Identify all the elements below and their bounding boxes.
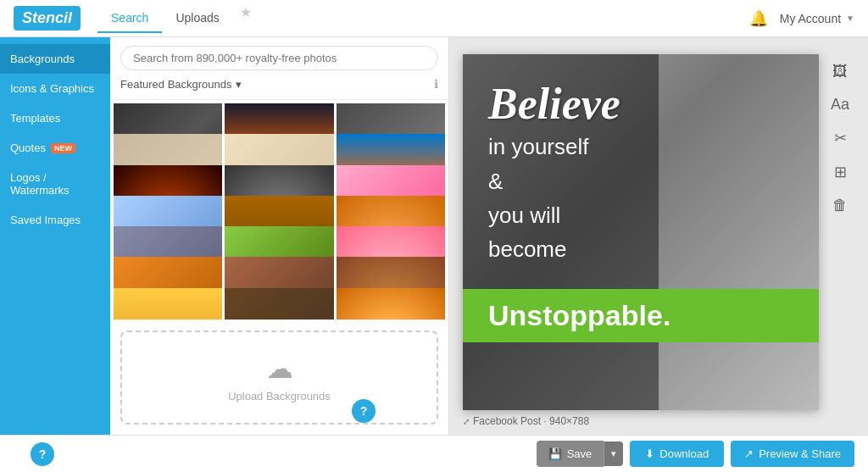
save-dropdown-button[interactable]: ▾ (604, 441, 623, 466)
sidebar-item-saved[interactable]: Saved Images (0, 205, 110, 235)
bottom-bar: ? 💾 Save ▾ ⬇ Download ↗ Preview & Share (0, 435, 868, 472)
canvas-wrapper: Believe in yourself & you will become Un… (463, 54, 854, 427)
save-button[interactable]: 💾 Save (537, 441, 604, 467)
download-button[interactable]: ⬇ Download (630, 441, 724, 467)
text-icon[interactable]: Aa (831, 96, 849, 114)
share-icon: ↗ (744, 447, 754, 460)
header-right: 🔔 My Account ▼ (749, 9, 854, 28)
panel: Featured Backgrounds ▾ ℹ ★ ★ ★ ★ (110, 37, 449, 435)
list-item[interactable] (225, 288, 333, 319)
canvas-in-yourself-text: in yourself (488, 131, 620, 162)
tab-uploads[interactable]: Uploads (162, 4, 232, 33)
canvas-label: ⤢ Facebook Post · 940×788 (463, 415, 589, 427)
new-badge: NEW (51, 143, 75, 153)
header: Stencil Search Uploads ★ 🔔 My Account ▼ (0, 0, 868, 37)
header-tabs: Search Uploads ★ (97, 4, 252, 33)
download-icon: ⬇ (645, 447, 654, 460)
canvas-you-will-text: you will (488, 200, 620, 230)
info-icon: ℹ (434, 77, 438, 91)
main-layout: Backgrounds Icons & Graphics Templates Q… (0, 37, 868, 435)
canvas-believe-text: Believe (488, 80, 620, 128)
sidebar-item-icons[interactable]: Icons & Graphics (0, 74, 110, 103)
image-icon[interactable]: 🖼 (832, 63, 848, 81)
sidebar: Backgrounds Icons & Graphics Templates Q… (0, 37, 110, 435)
save-icon: 💾 (548, 447, 562, 460)
account-label: My Account (780, 12, 841, 25)
sidebar-item-quotes[interactable]: Quotes NEW (0, 133, 110, 163)
crop-icon[interactable]: ✂ (834, 129, 847, 147)
canvas[interactable]: Believe in yourself & you will become Un… (463, 54, 819, 410)
resize-icon: ⤢ (463, 417, 470, 426)
upload-section: ☁ Upload Backgrounds (110, 319, 448, 435)
right-tools: 🖼 Aa ✂ ⊞ 🗑 (826, 54, 854, 223)
canvas-area: Believe in yourself & you will become Un… (449, 37, 868, 435)
canvas-green-bar: Unstoppable. (463, 289, 819, 342)
image-grid: ★ ★ ★ ★ ★ ★ (110, 100, 448, 319)
panel-header: Featured Backgrounds ▾ ℹ (110, 37, 448, 100)
upload-icon: ☁ (142, 353, 416, 385)
account-menu[interactable]: My Account ▼ (780, 12, 854, 25)
canvas-ampersand-text: & (488, 166, 620, 197)
bell-icon[interactable]: 🔔 (749, 9, 768, 28)
help-button[interactable]: ? (31, 442, 54, 466)
logo: Stencil (14, 6, 81, 31)
canvas-become-text: become (488, 234, 620, 264)
sidebar-item-templates[interactable]: Templates (0, 103, 110, 133)
grid-icon[interactable]: ⊞ (834, 163, 847, 181)
sidebar-item-backgrounds[interactable]: Backgrounds (0, 44, 110, 74)
list-item[interactable] (337, 288, 445, 319)
star-icon[interactable]: ★ (240, 4, 252, 33)
canvas-unstoppable-text: Unstoppable. (488, 299, 670, 331)
sidebar-item-logos[interactable]: Logos / Watermarks (0, 163, 110, 205)
search-input[interactable] (120, 46, 438, 70)
list-item[interactable] (114, 288, 222, 319)
chevron-down-icon: ▾ (236, 78, 242, 91)
featured-label[interactable]: Featured Backgrounds ▾ ℹ (120, 77, 438, 91)
upload-label: Upload Backgrounds (142, 390, 416, 403)
canvas-text-block: Believe in yourself & you will become (488, 80, 620, 265)
share-button[interactable]: ↗ Preview & Share (731, 441, 854, 467)
save-group: 💾 Save ▾ (537, 441, 624, 467)
chevron-down-icon: ▼ (846, 14, 854, 23)
tab-search[interactable]: Search (97, 4, 162, 33)
upload-box[interactable]: ☁ Upload Backgrounds (120, 330, 438, 425)
trash-icon[interactable]: 🗑 (832, 197, 848, 214)
